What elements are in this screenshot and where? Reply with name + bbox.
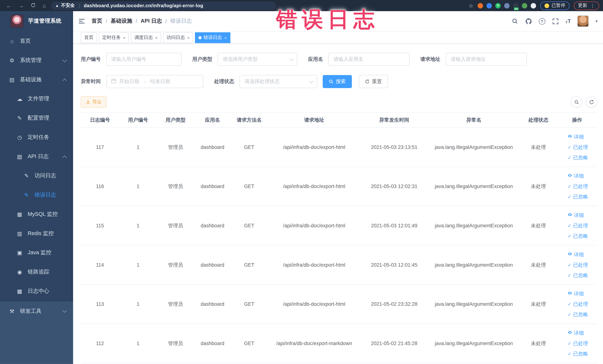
ignored-link[interactable]: ✓已忽略 — [568, 234, 588, 239]
close-icon[interactable]: × — [123, 35, 126, 40]
search-icon[interactable] — [512, 18, 519, 24]
bookmark-star-icon[interactable]: ☆ — [469, 2, 474, 9]
browser-update-button[interactable]: 更新 ⋮ — [574, 1, 599, 10]
user-avatar[interactable] — [577, 15, 589, 27]
request-url-placeholder: 请输入请求地址 — [451, 56, 486, 63]
extension-orange-icon[interactable] — [478, 3, 483, 8]
detail-link[interactable]: 详细 — [568, 291, 584, 296]
export-button[interactable]: 导出 — [81, 96, 107, 108]
breadcrumb-item[interactable]: API 日志 — [141, 18, 162, 24]
menu-fold-icon[interactable] — [79, 19, 84, 23]
close-icon[interactable]: × — [187, 35, 190, 40]
tab-调度日志[interactable]: 调度日志× — [131, 32, 161, 43]
tab-错误日志[interactable]: 错误日志× — [195, 32, 230, 43]
fullscreen-icon[interactable] — [552, 18, 559, 24]
breadcrumb-item[interactable]: 基础设施 — [111, 18, 132, 24]
detail-link[interactable]: 详细 — [568, 330, 584, 336]
sidebar-item-scheduled-task[interactable]: ◷定时任务 — [0, 128, 73, 147]
processed-link[interactable]: ✓已处理 — [568, 145, 588, 150]
processed-link[interactable]: ✓已处理 — [568, 262, 588, 268]
processed-link[interactable]: ✓已处理 — [568, 302, 588, 307]
user-type-select[interactable]: 请选择用户类型 — [218, 53, 297, 66]
sidebar-item-java-monitor[interactable]: ▣Java 监控 — [0, 243, 73, 262]
sidebar-item-redis-monitor[interactable]: ▥Redis 监控 — [0, 224, 73, 243]
extension-leaf-icon[interactable] — [522, 3, 527, 8]
browser-back-icon[interactable]: ← — [6, 2, 12, 9]
hide-search-button[interactable] — [571, 96, 582, 108]
sidebar-item-infrastructure[interactable]: ▤基础设施 — [0, 70, 73, 89]
browser-refresh-icon[interactable] — [31, 2, 36, 9]
cell-user_id: 1 — [119, 184, 157, 189]
detail-link[interactable]: 详细 — [568, 212, 584, 218]
action-label: 详细 — [574, 252, 584, 257]
sidebar-item-label: 访问日志 — [35, 172, 56, 179]
processed-link[interactable]: ✓已处理 — [568, 184, 588, 189]
extension-dark-icon[interactable]: on — [513, 3, 519, 8]
ignored-link[interactable]: ✓已忽略 — [568, 312, 588, 317]
app-name-input[interactable]: 请输入应用名 — [328, 53, 410, 66]
sidebar-item-trace[interactable]: ◉链路追踪 — [0, 262, 73, 282]
sidebar-item-devtools[interactable]: ⚒研发工具 — [0, 301, 73, 321]
detail-link[interactable]: 详细 — [568, 134, 584, 140]
chevron-down-icon[interactable]: ▾ — [595, 19, 597, 24]
search-button[interactable]: 搜索 — [323, 75, 352, 88]
ignored-link[interactable]: ✓已忽略 — [568, 273, 588, 278]
processed-link[interactable]: ✓已处理 — [568, 223, 588, 228]
browser-home-icon[interactable]: ⌂ — [43, 2, 46, 9]
help-icon[interactable]: ? — [538, 18, 545, 24]
sidebar-item-mysql-monitor[interactable]: ▦MySQL 监控 — [0, 205, 73, 224]
browser-menu-icon[interactable]: ⋮ — [590, 3, 595, 8]
extension-blue-shield-icon[interactable] — [487, 3, 492, 8]
reset-button[interactable]: 重置 — [359, 75, 388, 88]
tab-label: 错误日志 — [204, 34, 222, 41]
sidebar-item-home[interactable]: ⌂首页 — [0, 32, 73, 51]
close-icon[interactable]: × — [224, 35, 227, 40]
process-status-select[interactable]: 请选择处理状态 — [240, 75, 317, 88]
check-icon: ✓ — [568, 155, 571, 160]
exception-time-range-picker[interactable]: 开始日期 - 结束日期 — [106, 75, 204, 88]
processed-link[interactable]: ✓已处理 — [568, 341, 588, 346]
paused-profile-pill[interactable]: 已暂停 — [540, 1, 570, 10]
extension-grid-icon[interactable] — [504, 3, 510, 8]
browser-forward-icon[interactable]: → — [19, 2, 24, 9]
security-badge[interactable]: ▲ 不安全 — [55, 2, 75, 9]
sidebar-item-error-log[interactable]: ✎错误日志 — [0, 186, 73, 205]
sidebar-item-log-center[interactable]: ▩日志中心 — [0, 282, 73, 301]
detail-link[interactable]: 详细 — [568, 173, 584, 179]
home-icon: ⌂ — [9, 38, 15, 44]
action-label: 已处理 — [573, 184, 588, 189]
ignored-link[interactable]: ✓已忽略 — [568, 155, 588, 160]
request-url-input[interactable]: 请输入请求地址 — [446, 53, 527, 66]
eye-icon — [568, 212, 572, 218]
sidebar-item-file-manager[interactable]: ☁文件管理 — [0, 89, 73, 108]
github-icon[interactable] — [525, 18, 532, 24]
tab-label: 调度日志 — [134, 34, 153, 41]
breadcrumb-item: 错误日志 — [170, 18, 192, 24]
tab-label: 访问日志 — [166, 34, 185, 41]
tab-访问日志[interactable]: 访问日志× — [163, 32, 193, 43]
cell-app: dashboard — [194, 262, 231, 268]
cell-time: 2021-05-03 23:13:51 — [361, 144, 428, 150]
tab-首页[interactable]: 首页 — [81, 32, 97, 43]
tab-定时任务[interactable]: 定时任务× — [99, 32, 129, 43]
user-id-input[interactable]: 请输入用户编号 — [106, 53, 182, 66]
ignored-link[interactable]: ✓已忽略 — [568, 351, 588, 357]
sidebar-item-gear[interactable]: ⚙系统管理 — [0, 51, 73, 70]
action-label: 详细 — [574, 330, 584, 336]
font-size-icon[interactable]: TT — [566, 18, 571, 24]
tab-label: 定时任务 — [102, 34, 121, 41]
address-bar[interactable]: ▲ 不安全 | dashboard.yudao.iocoder.cn/infra… — [51, 1, 276, 10]
sidebar-item-api-log[interactable]: ▧API 日志 — [0, 147, 73, 166]
sidebar-item-access-log[interactable]: ✎访问日志 — [0, 166, 73, 186]
chevron-down-icon — [289, 57, 294, 61]
sidebar-item-label: 错误日志 — [35, 192, 56, 199]
close-icon[interactable]: × — [155, 35, 158, 40]
detail-link[interactable]: 详细 — [568, 252, 584, 257]
app-logo[interactable]: 芋道管理系统 — [0, 11, 73, 31]
breadcrumb-item[interactable]: 首页 — [92, 18, 102, 24]
extension-green-v-icon[interactable]: V — [495, 3, 501, 8]
extension-puzzle-icon[interactable] — [531, 3, 536, 8]
refresh-button[interactable] — [586, 96, 597, 108]
ignored-link[interactable]: ✓已忽略 — [568, 194, 588, 200]
sidebar-item-config-manager[interactable]: ✎配置管理 — [0, 108, 73, 128]
